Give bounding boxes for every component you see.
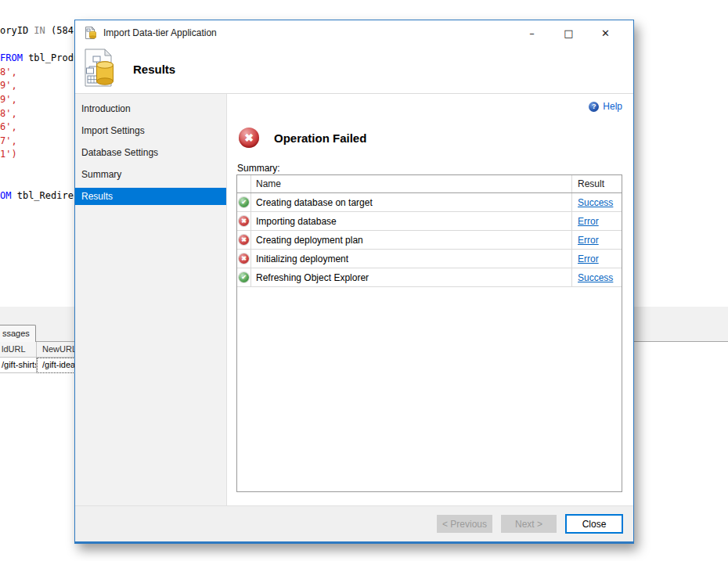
grid-cell-oldurl[interactable]: /gift-shirts (0, 358, 37, 373)
result-cell: Success (571, 193, 622, 211)
results-page-icon (84, 49, 117, 91)
sidebar-item-database-settings[interactable]: Database Settings (75, 144, 226, 161)
status-cell: ✖ (237, 212, 251, 230)
table-row: ✖Importing databaseError (237, 212, 622, 231)
tab-messages[interactable]: ssages (0, 325, 36, 342)
import-data-tier-dialog: Import Data-tier Application – □ ✕ (74, 20, 634, 544)
success-icon: ✔ (239, 197, 249, 207)
column-header-newurl[interactable]: NewURL (37, 342, 75, 358)
close-button[interactable]: Close (565, 514, 623, 534)
code-line (0, 162, 75, 176)
sidebar-item-summary[interactable]: Summary (75, 166, 226, 183)
next-button[interactable]: Next > (501, 515, 557, 533)
status-cell: ✖ (237, 231, 251, 249)
status-cell: ✔ (237, 193, 251, 211)
error-icon: ✖ (239, 254, 249, 264)
help-icon: ? (589, 102, 599, 112)
result-link[interactable]: Error (578, 216, 599, 227)
messages-grid-row: /gift-shirts /gift-idea (0, 358, 75, 373)
task-name: Importing database (251, 212, 571, 230)
results-table: Name Result ✔Creating database on target… (236, 174, 622, 492)
close-window-button[interactable]: ✕ (587, 20, 624, 45)
messages-grid: ldURL NewURL /gift-shirts /gift-idea (0, 342, 75, 373)
status-column-header (237, 175, 251, 192)
grid-cell-newurl[interactable]: /gift-idea (37, 358, 75, 373)
sql-code: oryID IN (584, FROM tbl_Produ8',9',9',8'… (0, 24, 75, 259)
code-line: 8', (0, 66, 75, 80)
code-line: 8', (0, 107, 75, 121)
error-icon: ✖ (239, 216, 249, 226)
status-title: Operation Failed (274, 131, 366, 145)
dialog-titlebar: Import Data-tier Application – □ ✕ (75, 20, 633, 45)
page-title: Results (133, 63, 175, 76)
column-header-oldurl[interactable]: ldURL (0, 342, 37, 358)
operation-failed-icon: ✖ (239, 128, 259, 148)
wizard-sidebar: IntroductionImport SettingsDatabase Sett… (75, 94, 227, 505)
table-row: ✔Refreshing Object ExplorerSuccess (237, 268, 622, 287)
table-row: ✖Creating deployment planError (237, 231, 622, 250)
result-link[interactable]: Success (578, 272, 613, 283)
success-icon: ✔ (239, 272, 249, 282)
status-banner: ✖ Operation Failed (239, 128, 366, 148)
task-name: Refreshing Object Explorer (251, 268, 571, 286)
task-name: Initializing deployment (251, 250, 571, 268)
results-content: ? Help ✖ Operation Failed Summary: Name … (227, 94, 633, 505)
previous-button[interactable]: < Previous (437, 515, 492, 533)
code-line: 9', (0, 79, 75, 93)
summary-label: Summary: (237, 163, 280, 174)
data-tier-app-icon (85, 27, 97, 39)
error-icon: ✖ (239, 235, 249, 245)
code-line (0, 38, 75, 52)
sidebar-item-results[interactable]: Results (75, 188, 226, 205)
help-link[interactable]: ? Help (589, 101, 622, 112)
status-cell: ✖ (237, 250, 251, 268)
status-cell: ✔ (237, 268, 251, 286)
code-line: FROM tbl_Produ (0, 52, 75, 66)
messages-grid-header: ldURL NewURL (0, 342, 75, 358)
sidebar-item-introduction[interactable]: Introduction (75, 100, 226, 117)
maximize-button[interactable]: □ (550, 20, 587, 45)
code-line: oryID IN (584, (0, 24, 75, 38)
dialog-title: Import Data-tier Application (103, 27, 514, 38)
sidebar-item-import-settings[interactable]: Import Settings (75, 122, 226, 139)
table-row: ✖Initializing deploymentError (237, 250, 622, 268)
code-line: OM tbl_Redirec (0, 189, 75, 203)
name-column-header: Name (251, 178, 571, 189)
code-line (0, 176, 75, 190)
task-name: Creating database on target (251, 193, 571, 211)
results-table-header: Name Result (237, 175, 622, 193)
table-row: ✔Creating database on targetSuccess (237, 193, 622, 212)
minimize-button[interactable]: – (514, 20, 550, 45)
result-cell: Error (571, 231, 622, 249)
result-link[interactable]: Error (578, 235, 599, 246)
result-cell: Error (571, 212, 622, 230)
result-link[interactable]: Error (578, 254, 599, 264)
results-table-body: ✔Creating database on targetSuccess✖Impo… (237, 193, 622, 491)
code-line: 6', (0, 120, 75, 135)
code-line: 9', (0, 93, 75, 107)
help-label: Help (603, 101, 622, 112)
code-line: 1') (0, 148, 75, 162)
task-name: Creating deployment plan (251, 231, 571, 249)
result-link[interactable]: Success (578, 197, 613, 208)
window-controls: – □ ✕ (514, 20, 633, 45)
wizard-header: Results (75, 45, 633, 94)
result-cell: Error (571, 250, 622, 268)
code-line: 7', (0, 135, 75, 149)
dialog-footer: < Previous Next > Close (75, 505, 633, 541)
result-column-header: Result (571, 175, 622, 192)
result-cell: Success (571, 268, 622, 286)
